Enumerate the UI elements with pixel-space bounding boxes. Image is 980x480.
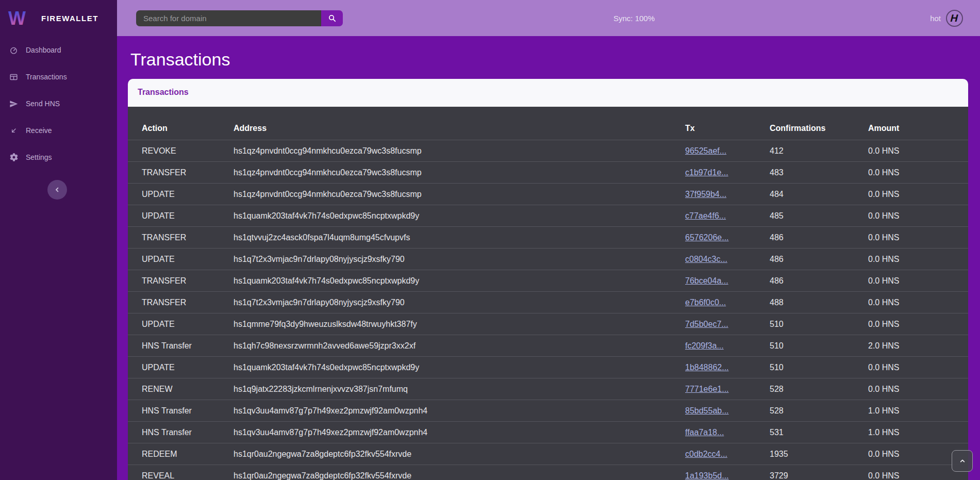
table-row: RENEWhs1q9jatx22283jzkcmlrnenjxvvzv387js…: [128, 378, 968, 400]
cell-tx: 76bce04a...: [685, 270, 770, 292]
cell-tx: 1a193b5d...: [685, 465, 770, 480]
cell-address: hs1qmme79fq3dy9hweuzuslksdw48trwuyhkt387…: [234, 313, 685, 335]
sidebar-item-label: Dashboard: [26, 46, 61, 54]
table-row: HNS Transferhs1qv3uu4amv87g7p7h49xez2pmz…: [128, 400, 968, 422]
gauge-icon: [9, 46, 18, 55]
table-row: UPDATEhs1qmme79fq3dy9hweuzuslksdw48trwuy…: [128, 313, 968, 335]
table-row: REVEALhs1qr0au2ngegwa7za8gdeptc6fp32fkv5…: [128, 465, 968, 480]
column-header-action: Action: [128, 107, 234, 140]
cell-address: hs1qtvvuj2zc4asck0fspa7l4uqm8umg45cfvupv…: [234, 227, 685, 249]
tx-link[interactable]: 37f959b4...: [685, 190, 726, 198]
tx-link[interactable]: 76bce04a...: [685, 276, 728, 285]
firewallet-w-logo-icon: W: [7, 7, 27, 29]
tx-link[interactable]: 1a193b5d...: [685, 471, 729, 480]
cell-address: hs1q7t2x3vmjac9n7drlapy08nyjyscjz9xsfky7…: [234, 249, 685, 270]
cell-amount: 0.0 HNS: [868, 249, 968, 270]
sidebar-item-settings[interactable]: Settings: [0, 146, 117, 169]
cell-confirmations: 412: [770, 140, 868, 162]
table-header-row: Action Address Tx Confirmations Amount: [128, 107, 968, 140]
cell-action: HNS Transfer: [128, 335, 234, 357]
tx-link[interactable]: c1b97d1e...: [685, 168, 728, 177]
transactions-tbody: REVOKEhs1qz4pnvdnt0ccg94nmkhcu0ezca79wc3…: [128, 140, 968, 480]
cell-address: hs1quamk203taf4vk7h74s0edxpwc85ncptxwpkd…: [234, 357, 685, 378]
search-input[interactable]: [136, 10, 321, 26]
column-header-tx: Tx: [685, 107, 770, 140]
table-row: HNS Transferhs1qh7c98nexsrzwrmnh2avved6a…: [128, 335, 968, 357]
tx-link[interactable]: 7771e6e1...: [685, 385, 729, 393]
cell-confirmations: 483: [770, 162, 868, 184]
sidebar-item-transactions[interactable]: Transactions: [0, 65, 117, 88]
tx-link[interactable]: 96525aef...: [685, 146, 726, 155]
sidebar-item-label: Settings: [26, 153, 52, 161]
cell-address: hs1quamk203taf4vk7h74s0edxpwc85ncptxwpkd…: [234, 205, 685, 227]
handshake-logo-icon[interactable]: H: [946, 10, 963, 27]
cell-action: UPDATE: [128, 249, 234, 270]
cell-action: REVOKE: [128, 140, 234, 162]
cell-amount: 0.0 HNS: [868, 140, 968, 162]
cell-amount: 1.0 HNS: [868, 400, 968, 422]
send-icon: [9, 100, 18, 108]
tx-link[interactable]: c77ae4f6...: [685, 211, 726, 220]
search-button[interactable]: [321, 10, 343, 26]
cell-tx: e7b6f0c0...: [685, 292, 770, 313]
tx-link[interactable]: 1b848862...: [685, 363, 729, 372]
cell-confirmations: 528: [770, 400, 868, 422]
chevron-left-icon: [53, 186, 61, 194]
table-row: UPDATEhs1quamk203taf4vk7h74s0edxpwc85ncp…: [128, 357, 968, 378]
cell-action: UPDATE: [128, 205, 234, 227]
main-content: Transactions Transactions Action Address…: [117, 36, 980, 480]
cell-action: REDEEM: [128, 443, 234, 465]
cell-amount: 2.0 HNS: [868, 335, 968, 357]
tx-link[interactable]: 7d5b0ec7...: [685, 320, 728, 328]
cell-tx: 85bd55ab...: [685, 400, 770, 422]
cell-confirmations: 3729: [770, 465, 868, 480]
scroll-to-top-button[interactable]: [952, 450, 973, 472]
column-header-amount: Amount: [868, 107, 968, 140]
tx-link[interactable]: 85bd55ab...: [685, 406, 729, 415]
cell-amount: 1.0 HNS: [868, 422, 968, 443]
table-row: UPDATEhs1q7t2x3vmjac9n7drlapy08nyjyscjz9…: [128, 249, 968, 270]
sidebar-item-label: Receive: [26, 126, 52, 135]
cell-confirmations: 531: [770, 422, 868, 443]
cell-action: HNS Transfer: [128, 422, 234, 443]
transactions-card: Transactions Action Address Tx Confirmat…: [128, 79, 968, 480]
cell-confirmations: 510: [770, 357, 868, 378]
cell-amount: 0.0 HNS: [868, 162, 968, 184]
cell-confirmations: 486: [770, 270, 868, 292]
tx-link[interactable]: c0804c3c...: [685, 255, 727, 263]
tx-link[interactable]: e7b6f0c0...: [685, 298, 726, 307]
cell-confirmations: 486: [770, 249, 868, 270]
receive-arrow-icon: [9, 126, 18, 135]
table-row: TRANSFERhs1q7t2x3vmjac9n7drlapy08nyjyscj…: [128, 292, 968, 313]
tx-link[interactable]: fc209f3a...: [685, 341, 724, 350]
sidebar: W FIREWALLET Dashboard Transactions: [0, 0, 117, 480]
gear-icon: [9, 153, 18, 162]
cell-address: hs1qr0au2ngegwa7za8gdeptc6fp32fkv554fxrv…: [234, 443, 685, 465]
cell-address: hs1quamk203taf4vk7h74s0edxpwc85ncptxwpkd…: [234, 270, 685, 292]
cell-amount: 0.0 HNS: [868, 378, 968, 400]
table-row: UPDATEhs1qz4pnvdnt0ccg94nmkhcu0ezca79wc3…: [128, 184, 968, 205]
cell-action: REVEAL: [128, 465, 234, 480]
tx-link[interactable]: ffaa7a18...: [685, 428, 724, 437]
sidebar-item-dashboard[interactable]: Dashboard: [0, 39, 117, 61]
table-row: HNS Transferhs1qv3uu4amv87g7p7h49xez2pmz…: [128, 422, 968, 443]
sidebar-item-receive[interactable]: Receive: [0, 119, 117, 142]
sidebar-item-send-hns[interactable]: Send HNS: [0, 92, 117, 115]
cell-address: hs1qh7c98nexsrzwrmnh2avved6awe59jzpr3xx2…: [234, 335, 685, 357]
cell-action: UPDATE: [128, 184, 234, 205]
cell-confirmations: 488: [770, 292, 868, 313]
cell-address: hs1qv3uu4amv87g7p7h49xez2pmzwjf92am0wzpn…: [234, 422, 685, 443]
cell-confirmations: 485: [770, 205, 868, 227]
app-name: FIREWALLET: [41, 14, 98, 23]
tx-link[interactable]: c0db2cc4...: [685, 450, 727, 458]
domain-search: [136, 10, 343, 26]
sidebar-nav: Dashboard Transactions Send HNS: [0, 36, 117, 169]
sidebar-item-label: Send HNS: [26, 100, 60, 108]
cell-confirmations: 510: [770, 335, 868, 357]
tx-link[interactable]: 6576206e...: [685, 233, 729, 242]
cell-amount: 0.0 HNS: [868, 357, 968, 378]
cell-action: RENEW: [128, 378, 234, 400]
sidebar-collapse-button[interactable]: [47, 180, 67, 200]
cell-action: TRANSFER: [128, 292, 234, 313]
wallet-box: hot H: [930, 10, 963, 27]
